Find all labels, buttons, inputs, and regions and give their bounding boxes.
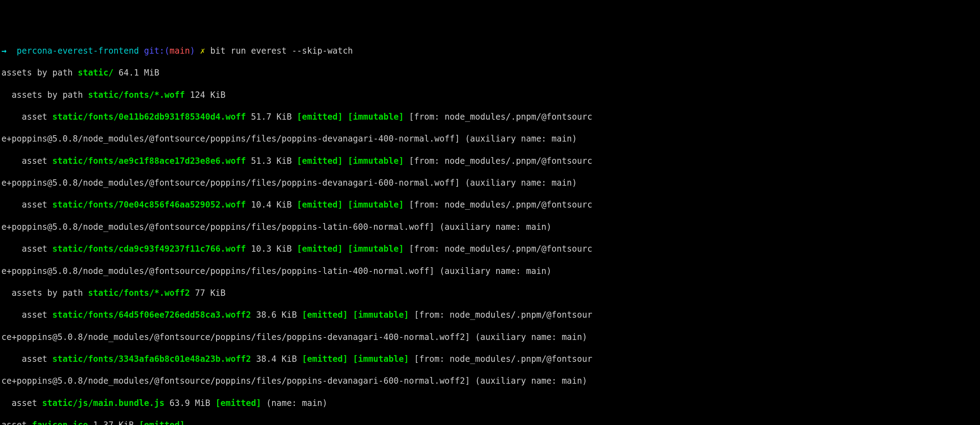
emitted-tag: [emitted] (297, 156, 343, 166)
immutable-tag: [immutable] (348, 244, 404, 254)
git-branch: main (170, 46, 190, 56)
asset-path: static/fonts/70e04c856f46aa529052.woff (52, 200, 246, 210)
output-line: e+poppins@5.0.8/node_modules/@fontsource… (2, 222, 978, 233)
emitted-tag: [emitted] (297, 244, 343, 254)
output-line: asset static/fonts/cda9c93f49237f11c766.… (2, 244, 978, 254)
asset-path: static/js/main.bundle.js (42, 398, 165, 408)
output-line: e+poppins@5.0.8/node_modules/@fontsource… (2, 266, 978, 277)
output-line: asset static/fonts/70e04c856f46aa529052.… (2, 200, 978, 210)
output-line: asset static/fonts/3343afa6b8c01e48a23b.… (2, 354, 978, 364)
output-line: e+poppins@5.0.8/node_modules/@fontsource… (2, 177, 978, 189)
asset-path: static/fonts/*.woff (88, 90, 185, 100)
immutable-tag: [immutable] (348, 156, 404, 166)
output-line: e+poppins@5.0.8/node_modules/@fontsource… (2, 133, 978, 144)
output-line: assets by path static/fonts/*.woff 124 K… (2, 89, 978, 101)
output-line: ce+poppins@5.0.8/node_modules/@fontsourc… (2, 332, 978, 343)
output-line: asset static/fonts/ae9c1f88ace17d23e8e6.… (2, 156, 978, 167)
asset-path: static/fonts/cda9c93f49237f11c766.woff (52, 244, 246, 254)
immutable-tag: [immutable] (348, 112, 404, 122)
asset-path: favicon.ico (32, 420, 88, 425)
asset-path: static/fonts/64d5f06ee726edd58ca3.woff2 (52, 310, 251, 320)
immutable-tag: [immutable] (348, 200, 404, 210)
emitted-tag: [emitted] (302, 354, 348, 364)
emitted-tag: [emitted] (297, 200, 343, 210)
immutable-tag: [immutable] (353, 310, 409, 320)
asset-path: static/fonts/ae9c1f88ace17d23e8e6.woff (52, 156, 246, 166)
emitted-tag: [emitted] (139, 420, 185, 425)
emitted-tag: [emitted] (215, 398, 261, 408)
emitted-tag: [emitted] (297, 112, 343, 122)
immutable-tag: [immutable] (353, 354, 409, 364)
asset-path: static/fonts/3343afa6b8c01e48a23b.woff2 (52, 354, 251, 364)
git-dirty-icon: ✗ (200, 46, 205, 56)
output-line: assets by path static/ 64.1 MiB (2, 67, 978, 78)
asset-path: static/fonts/*.woff2 (88, 288, 190, 298)
output-line: asset static/fonts/64d5f06ee726edd58ca3.… (2, 310, 978, 321)
asset-path: static/fonts/0e11b62db931f85340d4.woff (52, 112, 246, 122)
output-line: assets by path static/fonts/*.woff2 77 K… (2, 288, 978, 299)
prompt-arrow: → (2, 46, 6, 56)
command-text[interactable]: bit run everest --skip-watch (210, 46, 353, 56)
output-line: asset static/js/main.bundle.js 63.9 MiB … (2, 398, 978, 409)
asset-path: static/ (78, 68, 113, 78)
prompt-repo: percona-everest-frontend (17, 46, 139, 56)
output-line: asset favicon.ico 1.37 KiB [emitted] (2, 420, 978, 425)
output-line: ce+poppins@5.0.8/node_modules/@fontsourc… (2, 375, 978, 387)
output-line: asset static/fonts/0e11b62db931f85340d4.… (2, 112, 978, 123)
git-suffix: ) (190, 46, 195, 56)
emitted-tag: [emitted] (302, 310, 348, 320)
prompt-line: → percona-everest-frontend git:(main) ✗ … (2, 46, 978, 56)
git-prefix: git:( (144, 46, 170, 56)
